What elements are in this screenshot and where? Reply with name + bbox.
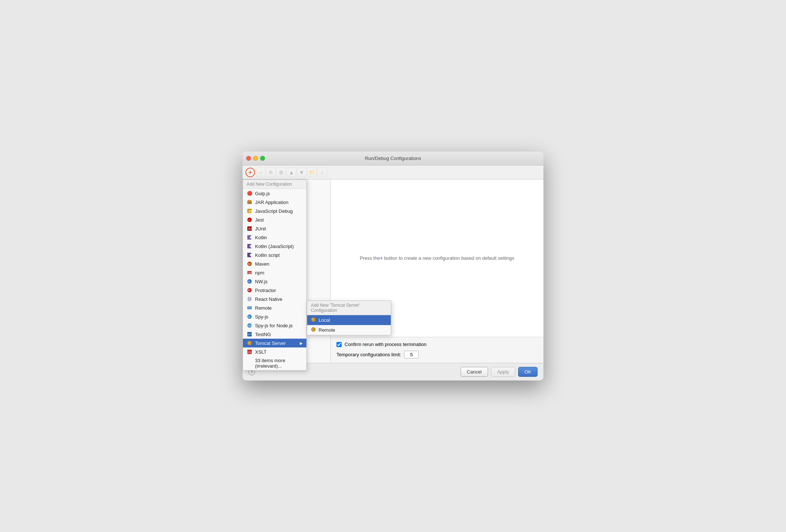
placeholder-text: Press the+ button to create a new config… [360, 255, 514, 261]
svg-text:S: S [248, 315, 250, 318]
nwjs-icon: N [247, 278, 252, 284]
maximize-button[interactable] [260, 156, 265, 161]
dropdown-item-more[interactable]: 33 items more (irrelevant)... [243, 356, 306, 370]
confirm-rerun-checkbox[interactable] [336, 342, 342, 347]
svg-text:npm: npm [248, 272, 252, 274]
npm-icon: npm [247, 270, 252, 276]
gulp-icon: 🔴 [247, 190, 252, 196]
testng-icon: NTG [247, 331, 252, 337]
dropdown-item-kotlin-js[interactable]: Kotlin (JavaScript) [243, 242, 306, 251]
svg-text:NTG: NTG [248, 333, 252, 336]
dropdown-item-maven[interactable]: M Maven [243, 259, 306, 268]
dropdown-header: Add New Configuration [243, 180, 306, 189]
copy-configuration-button[interactable]: ⎘ [266, 168, 276, 177]
more-icon [247, 360, 252, 366]
svg-marker-11 [247, 253, 252, 257]
ok-button[interactable]: OK [518, 367, 538, 377]
dropdown-item-xslt[interactable]: XSL XSLT [243, 347, 306, 356]
dropdown-item-kotlin-script[interactable]: Kotlin script [243, 251, 306, 259]
close-button[interactable] [246, 156, 251, 161]
submenu-item-remote[interactable]: T Remote [307, 325, 391, 335]
dropdown-item-tomcat[interactable]: T Tomcat Server ▶ [243, 339, 306, 347]
dropdown-item-junit[interactable]: JU JUnit [243, 224, 306, 233]
kotlin-icon [247, 234, 252, 240]
traffic-lights [246, 156, 265, 161]
remove-configuration-button[interactable]: − [256, 168, 265, 177]
temp-config-row: Temporary configurations limit: [336, 351, 538, 358]
dropdown-item-kotlin[interactable]: Kotlin [243, 233, 306, 242]
svg-text:M: M [248, 262, 251, 266]
tomcat-local-icon: T [311, 317, 316, 323]
add-configuration-button[interactable]: + [245, 168, 255, 177]
dropdown-item-npm[interactable]: npm npm [243, 268, 306, 277]
bottom-panel: Confirm rerun with process termination T… [331, 337, 543, 363]
apply-button[interactable]: Apply [491, 367, 516, 377]
svg-rect-1 [248, 200, 251, 201]
svg-text:SN: SN [248, 324, 252, 327]
spyjs-node-icon: SN [247, 323, 252, 328]
dropdown-item-jsdebug[interactable]: JS JavaScript Debug [243, 207, 306, 215]
add-configuration-dropdown: Add New Configuration 🔴 Gulp.js JAR Appl… [243, 179, 307, 371]
svg-text:T: T [248, 342, 250, 345]
dropdown-item-spyjs[interactable]: S Spy-js [243, 312, 306, 321]
jar-icon [247, 199, 252, 205]
window-title: Run/Debug Configurations [365, 156, 421, 161]
dropdown-item-nwjs[interactable]: N NW.js [243, 277, 306, 286]
svg-rect-0 [247, 201, 252, 204]
xslt-icon: XSL [247, 349, 252, 355]
svg-rect-2 [248, 201, 251, 202]
protractor-icon: P [247, 287, 252, 293]
svg-text:T: T [312, 318, 314, 321]
placeholder-plus: + [380, 255, 383, 261]
spyjs-icon: S [247, 314, 252, 320]
submenu-header: Add New 'Tomcat Server' Configuration [307, 301, 391, 315]
dropdown-item-gulp[interactable]: 🔴 Gulp.js [243, 189, 306, 198]
dropdown-item-react-native[interactable]: React Native [243, 295, 306, 303]
svg-text:P: P [248, 289, 250, 292]
svg-marker-9 [247, 235, 252, 240]
cancel-button[interactable]: Cancel [461, 367, 488, 377]
dropdown-item-jar[interactable]: JAR Application [243, 198, 306, 207]
svg-rect-25 [248, 307, 251, 309]
move-up-button[interactable]: ▲ [287, 168, 296, 177]
remote-icon [247, 305, 252, 311]
svg-text:XSL: XSL [248, 351, 252, 353]
tomcat-icon: T [247, 340, 252, 346]
main-content: Add New Configuration 🔴 Gulp.js JAR Appl… [243, 179, 543, 363]
submenu-arrow: ▶ [300, 341, 303, 345]
temp-limit-input[interactable] [404, 351, 419, 358]
svg-text:J: J [248, 218, 250, 222]
folder-button[interactable]: 📁 [307, 168, 317, 177]
toolbar: + − ⎘ ⚙ ▲ ▼ 📁 ↕ [243, 165, 543, 179]
svg-text:N: N [248, 280, 250, 283]
react-native-icon [247, 296, 252, 302]
dropdown-item-testng[interactable]: NTG TestNG [243, 330, 306, 339]
maven-icon: M [247, 261, 252, 267]
svg-text:T: T [312, 328, 314, 331]
left-panel: Add New Configuration 🔴 Gulp.js JAR Appl… [243, 179, 331, 363]
move-down-button[interactable]: ▼ [297, 168, 306, 177]
dropdown-item-remote[interactable]: Remote [243, 303, 306, 312]
minimize-button[interactable] [253, 156, 258, 161]
svg-text:JU: JU [248, 227, 252, 230]
svg-marker-10 [247, 244, 252, 248]
title-bar: Run/Debug Configurations [243, 152, 543, 165]
dropdown-item-protractor[interactable]: P Protractor [243, 286, 306, 295]
svg-text:JS: JS [248, 209, 252, 213]
junit-icon: JU [247, 226, 252, 232]
sort-button[interactable]: ↕ [317, 168, 327, 177]
run-debug-configurations-window: Run/Debug Configurations + − ⎘ ⚙ ▲ ▼ 📁 ↕… [243, 152, 543, 380]
confirm-rerun-label: Confirm rerun with process termination [345, 342, 426, 347]
settings-button[interactable]: ⚙ [276, 168, 286, 177]
temp-limit-label: Temporary configurations limit: [336, 352, 401, 357]
tomcat-remote-icon: T [311, 327, 316, 333]
kotlin-js-icon [247, 243, 252, 249]
dropdown-item-spyjs-node[interactable]: SN Spy-js for Node.js [243, 321, 306, 330]
dropdown-item-jest[interactable]: J Jest [243, 215, 306, 224]
confirm-rerun-row: Confirm rerun with process termination [336, 342, 538, 347]
submenu-item-local[interactable]: T Local [307, 315, 391, 325]
jsdebug-icon: JS [247, 208, 252, 214]
right-panel: Press the+ button to create a new config… [331, 179, 543, 363]
kotlin-script-icon [247, 252, 252, 258]
jest-icon: J [247, 217, 252, 223]
